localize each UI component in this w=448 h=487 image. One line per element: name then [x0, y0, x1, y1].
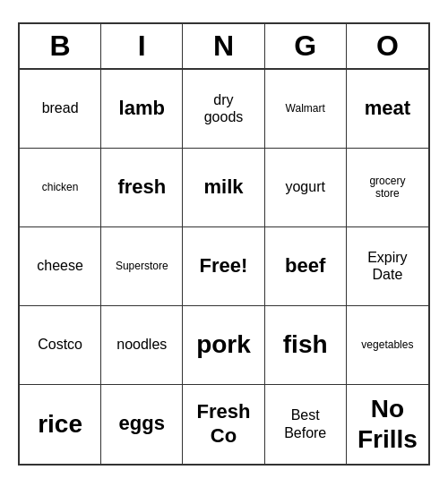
bingo-cell-3: Walmart	[265, 70, 347, 149]
cell-text-15: Costco	[38, 336, 82, 353]
bingo-cell-18: fish	[265, 306, 347, 385]
bingo-cell-16: noodles	[101, 306, 183, 385]
cell-text-0: bread	[42, 99, 79, 116]
bingo-cell-20: rice	[20, 385, 101, 464]
cell-text-3: Walmart	[286, 102, 325, 115]
bingo-grid: breadlambdrygoodsWalmartmeatchickenfresh…	[20, 70, 428, 464]
cell-text-21: eggs	[119, 412, 165, 435]
bingo-cell-7: milk	[183, 149, 264, 227]
bingo-letter-i: I	[101, 24, 183, 68]
bingo-cell-0: bread	[20, 70, 101, 149]
bingo-letter-o: O	[347, 24, 428, 68]
bingo-cell-2: drygoods	[183, 70, 264, 149]
bingo-cell-6: fresh	[101, 149, 183, 227]
bingo-cell-19: vegetables	[347, 306, 428, 385]
bingo-cell-9: grocerystore	[347, 149, 428, 227]
cell-text-8: yogurt	[285, 178, 324, 195]
cell-text-17: pork	[196, 329, 251, 360]
bingo-letter-g: G	[265, 24, 347, 68]
cell-text-13: beef	[285, 254, 325, 278]
bingo-letter-b: B	[20, 24, 101, 68]
bingo-card: BINGO breadlambdrygoodsWalmartmeatchicke…	[18, 22, 430, 466]
cell-text-12: Free!	[200, 254, 248, 278]
bingo-cell-21: eggs	[101, 385, 183, 464]
bingo-cell-23: BestBefore	[265, 385, 347, 464]
bingo-cell-14: ExpiryDate	[347, 227, 428, 306]
bingo-cell-1: lamb	[101, 70, 183, 149]
cell-text-11: Superstore	[116, 260, 168, 272]
cell-text-10: cheese	[37, 257, 83, 274]
cell-text-7: milk	[203, 175, 243, 199]
bingo-cell-4: meat	[347, 70, 428, 149]
cell-text-1: lamb	[119, 97, 165, 120]
bingo-header: BINGO	[20, 24, 428, 70]
bingo-cell-11: Superstore	[101, 227, 183, 306]
cell-text-19: vegetables	[361, 338, 413, 351]
cell-text-2: drygoods	[204, 91, 244, 125]
cell-text-16: noodles	[116, 336, 167, 353]
bingo-cell-5: chicken	[20, 149, 101, 227]
cell-text-18: fish	[283, 329, 328, 360]
bingo-cell-22: FreshCo	[183, 385, 264, 464]
bingo-cell-24: NoFrills	[347, 385, 428, 464]
bingo-cell-15: Costco	[20, 306, 101, 385]
cell-text-23: BestBefore	[284, 406, 326, 440]
bingo-letter-n: N	[183, 24, 264, 68]
cell-text-20: rice	[38, 409, 82, 440]
bingo-cell-17: pork	[183, 306, 264, 385]
bingo-cell-10: cheese	[20, 227, 101, 306]
cell-text-5: chicken	[42, 181, 79, 193]
cell-text-24: NoFrills	[358, 394, 418, 454]
cell-text-4: meat	[365, 97, 410, 120]
bingo-cell-8: yogurt	[265, 149, 347, 227]
bingo-cell-12: Free!	[183, 227, 264, 306]
cell-text-9: grocerystore	[369, 175, 405, 201]
cell-text-6: fresh	[117, 175, 166, 199]
cell-text-22: FreshCo	[197, 400, 251, 448]
bingo-cell-13: beef	[265, 227, 347, 306]
cell-text-14: ExpiryDate	[367, 249, 407, 283]
